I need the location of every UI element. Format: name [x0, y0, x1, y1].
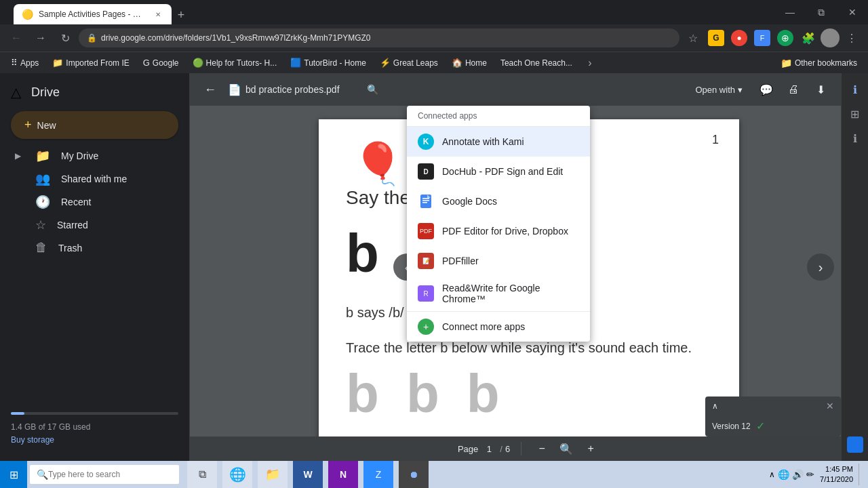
taskbar-explorer-button[interactable]: 📁: [258, 461, 288, 488]
taskbar-onenote-button[interactable]: N: [328, 461, 358, 488]
bookmark-imported[interactable]: 📁 Imported From IE: [47, 56, 134, 69]
taskbar-search[interactable]: 🔍: [30, 465, 179, 484]
pdf-comment-button[interactable]: 💬: [754, 77, 778, 102]
google-favicon-icon: G: [143, 58, 150, 68]
sidebar-starred-label: Starred: [57, 220, 88, 230]
right-panel-info-icon[interactable]: ℹ: [844, 127, 866, 149]
taskbar-search-input[interactable]: [48, 470, 157, 479]
other-bookmarks[interactable]: 📁 Other bookmarks: [775, 56, 863, 70]
extensions-puzzle-icon[interactable]: 🧩: [797, 27, 819, 49]
start-button[interactable]: ⊞: [0, 461, 27, 488]
zoom-icon[interactable]: 🔍: [557, 439, 576, 458]
extension-icon-2[interactable]: ●: [731, 30, 747, 46]
browser-tab[interactable]: 🟡 Sample Activities Pages - Goo... ✕: [14, 4, 172, 24]
extension-icon-4[interactable]: ⊕: [777, 30, 793, 46]
page-input[interactable]: [481, 444, 497, 454]
sidebar-my-drive-label: My Drive: [61, 150, 98, 161]
dropdown-item-pdffiller[interactable]: 📝 PDFfiller: [407, 246, 590, 276]
taskbar-word-button[interactable]: W: [293, 461, 323, 488]
bookmark-teach[interactable]: Teach One Reach...: [495, 57, 578, 69]
profile-icon[interactable]: [821, 28, 840, 47]
taskbar-time[interactable]: 1:45 PM 7/11/2020: [820, 464, 853, 485]
maximize-button[interactable]: ⧉: [806, 0, 837, 24]
bookmark-help[interactable]: 🟢 Help for Tutors- H...: [187, 56, 283, 69]
sidebar-item-my-drive[interactable]: ▶ 📁 My Drive: [0, 144, 178, 167]
tray-expand-icon[interactable]: ∧: [769, 470, 775, 479]
bookmark-google[interactable]: G Google: [138, 56, 184, 69]
dropdown-item-dochub[interactable]: D DocHub - PDF Sign and Edit: [407, 157, 590, 186]
close-button[interactable]: ✕: [837, 0, 868, 24]
tab-close-button[interactable]: ✕: [153, 9, 163, 20]
bookmark-tutorbird[interactable]: 🟦 TutorBird - Home: [285, 56, 372, 69]
bookmark-star-icon[interactable]: ☆: [682, 27, 704, 49]
dropdown-section-header: Connected apps: [407, 106, 590, 127]
zoom-out-button[interactable]: −: [532, 439, 551, 458]
sidebar-shared-label: Shared with me: [61, 174, 127, 184]
dropdown-dochub-label: DocHub - PDF Sign and Edit: [442, 166, 563, 177]
pdfeditor-app-icon: PDF: [418, 223, 434, 239]
bookmark-apps-label: Apps: [20, 58, 39, 68]
sidebar-item-recent[interactable]: 🕐 Recent: [0, 190, 178, 214]
sidebar-recent-label: Recent: [61, 197, 91, 207]
pdf-back-button[interactable]: ←: [198, 77, 222, 102]
buy-storage-link[interactable]: Buy storage: [11, 435, 178, 445]
minimize-button[interactable]: —: [774, 0, 806, 24]
more-options-icon[interactable]: ⋮: [841, 27, 863, 49]
back-button[interactable]: ←: [5, 27, 27, 49]
clock-icon: 🕐: [35, 195, 50, 209]
dropdown-connect-label: Connect more apps: [442, 321, 525, 332]
taskbar-chrome-button[interactable]: 🌐: [222, 461, 252, 488]
zoom-in-button[interactable]: +: [581, 439, 600, 458]
version-check-icon: ✓: [756, 420, 765, 432]
date-display: 7/11/2020: [820, 474, 853, 485]
right-panel-badge-icon: [847, 436, 863, 453]
address-bar[interactable]: 🔒 drive.google.com/drive/folders/1Vb1_v9…: [79, 28, 679, 47]
notification-close-button[interactable]: ✕: [826, 401, 834, 411]
tutorbird-favicon-icon: 🟦: [290, 58, 301, 68]
refresh-button[interactable]: ↻: [54, 27, 76, 49]
pdf-print-button[interactable]: 🖨: [781, 77, 806, 102]
other-bookmarks-folder-icon: 📁: [781, 58, 792, 68]
right-panel-grid-icon[interactable]: ⊞: [844, 103, 866, 125]
pdf-next-button[interactable]: ›: [807, 253, 834, 281]
pdfeditor-icon-shape: PDF: [418, 223, 434, 239]
bookmark-home[interactable]: 🏠 Home: [446, 56, 492, 69]
folder-icon: 📁: [35, 148, 50, 163]
bookmark-great-leaps[interactable]: ⚡ Great Leaps: [374, 56, 443, 69]
svg-rect-2: [422, 200, 429, 201]
pdf-file-icon: 📄: [228, 83, 241, 96]
taskbar: ⊞ 🔍 ⧉ 🌐 📁 W N Z ⏺ ∧ 🌐 🔊 ✏ 1:45 PM 7/11/2…: [0, 461, 868, 488]
taskbar-search-icon: 🔍: [37, 469, 48, 480]
dropdown-item-kami[interactable]: K Annotate with Kami: [407, 127, 590, 157]
storage-bar-fill: [11, 412, 24, 415]
taskbar-obs-button[interactable]: ⏺: [399, 461, 429, 488]
taskbar-zoom-button[interactable]: Z: [363, 461, 393, 488]
sidebar-item-shared[interactable]: 👥 Shared with me: [0, 167, 178, 190]
browser-toolbar: ← → ↻ 🔒 drive.google.com/drive/folders/1…: [0, 24, 868, 52]
forward-button[interactable]: →: [30, 27, 52, 49]
sidebar-item-starred[interactable]: ☆ Starred: [0, 214, 178, 237]
dropdown-item-connect[interactable]: + Connect more apps: [407, 312, 590, 342]
pdffiller-icon-shape: 📝: [418, 253, 434, 269]
pdf-viewer: ← 📄 bd practice probes.pdf 🔍 Open with ▾: [190, 73, 868, 461]
extension-icon-1[interactable]: G: [708, 30, 724, 46]
extension-icon-3[interactable]: F: [754, 30, 770, 46]
pdf-download-button[interactable]: ⬇: [808, 77, 833, 102]
dropdown-item-rw[interactable]: R Read&Write for Google Chrome™: [407, 276, 590, 311]
pdffiller-app-icon: 📝: [418, 253, 434, 269]
drive-sidebar: △ Drive + New ▶ 📁 My Drive 👥 Shared with…: [0, 73, 190, 461]
dropdown-item-pdfeditor[interactable]: PDF PDF Editor for Drive, Dropbox: [407, 216, 590, 246]
drive-header: △ Drive: [0, 79, 189, 106]
open-with-button[interactable]: Open with ▾: [686, 80, 751, 100]
bookmark-tutorbird-label: TutorBird - Home: [304, 58, 366, 68]
dropdown-item-gdocs[interactable]: Google Docs: [407, 186, 590, 216]
new-tab-button[interactable]: +: [172, 5, 191, 24]
show-desktop-button[interactable]: [859, 464, 863, 485]
right-panel-details-icon[interactable]: ℹ: [844, 79, 866, 100]
bookmarks-bar: ⠿ Apps 📁 Imported From IE G Google 🟢 Hel…: [0, 52, 868, 73]
new-button[interactable]: + New: [11, 111, 178, 139]
taskbar-taskview-button[interactable]: ⧉: [187, 461, 217, 488]
sidebar-item-trash[interactable]: 🗑 Trash: [0, 237, 178, 259]
bookmark-apps[interactable]: ⠿ Apps: [5, 56, 44, 69]
bookmarks-more-button[interactable]: ›: [580, 54, 599, 73]
